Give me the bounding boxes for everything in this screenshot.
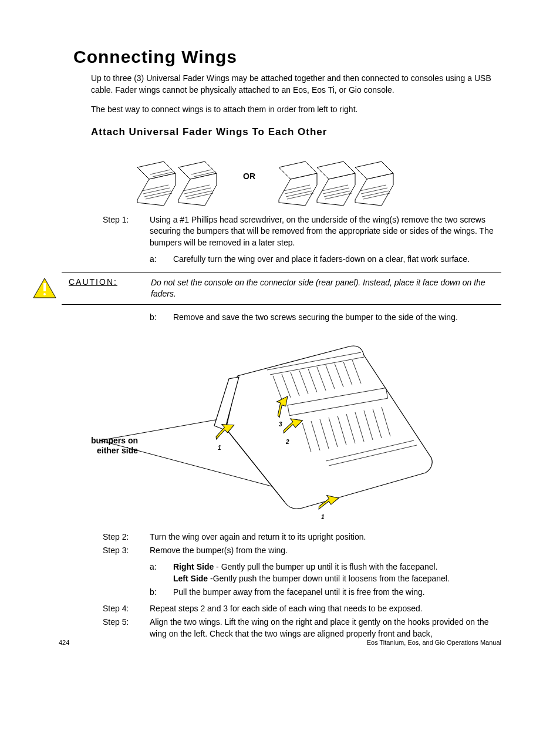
step-2-body: Turn the wing over again and return it t… <box>150 531 501 543</box>
step-1b-label: b: <box>150 312 173 324</box>
svg-point-36 <box>43 293 46 295</box>
page-title: Connecting Wings <box>73 47 501 67</box>
figure-two-wings-or-three: OR <box>32 144 501 208</box>
step-4-body: Repeat steps 2 and 3 for each side of ea… <box>150 603 501 615</box>
caution-block: CAUTION: Do not set the console on the c… <box>62 272 501 305</box>
step-3-body: Remove the bumper(s) from the wing. <box>150 545 501 557</box>
step-5-body: Align the two wings. Lift the wing on th… <box>150 617 501 640</box>
caution-icon <box>32 277 57 300</box>
figure-wing-detail: bumpers on either side <box>79 335 501 523</box>
step-3a-label: a: <box>150 561 173 584</box>
step-1-body: Using a #1 Phillips head screwdriver, on… <box>150 214 501 249</box>
step-4-label: Step 4: <box>103 603 150 615</box>
step-1-label: Step 1: <box>103 214 150 249</box>
footer-text: Eos Titanium, Eos, and Gio Operations Ma… <box>367 639 501 646</box>
svg-text:1: 1 <box>321 514 325 520</box>
section-subtitle: Attach Universal Fader Wings To Each Oth… <box>91 126 501 138</box>
svg-text:2: 2 <box>285 439 289 445</box>
svg-marker-22 <box>317 173 355 206</box>
step-1a-body: Carefully turn the wing over and place i… <box>173 254 501 265</box>
svg-marker-8 <box>178 173 217 206</box>
page-number: 424 <box>59 639 69 646</box>
bumpers-callout: bumpers on either side <box>79 436 138 456</box>
step-2-label: Step 2: <box>103 531 150 543</box>
svg-rect-35 <box>43 283 46 291</box>
caution-text: Do not set the console on the connector … <box>151 277 501 300</box>
wing-pair-diagram <box>131 144 225 208</box>
svg-marker-0 <box>137 173 176 206</box>
step-1b-body: Remove and save the two screws securing … <box>173 312 501 324</box>
svg-text:3: 3 <box>279 421 282 428</box>
step-3b-body: Pull the bumper away from the facepanel … <box>173 587 501 598</box>
step-3a-body: Right Side - Gently pull the bumper up u… <box>173 561 501 584</box>
intro-paragraph-1: Up to three (3) Universal Fader Wings ma… <box>91 73 501 96</box>
step-5-label: Step 5: <box>103 617 150 640</box>
svg-marker-28 <box>355 173 393 206</box>
step-3b-label: b: <box>150 587 173 598</box>
step-3-label: Step 3: <box>103 545 150 557</box>
or-label: OR <box>243 171 255 181</box>
caution-label: CAUTION: <box>69 277 139 287</box>
svg-text:1: 1 <box>218 445 221 451</box>
intro-paragraph-2: The best way to connect wings is to atta… <box>91 104 501 116</box>
svg-marker-16 <box>279 173 317 206</box>
step-1a-label: a: <box>150 254 173 265</box>
wing-triple-diagram <box>273 144 402 208</box>
